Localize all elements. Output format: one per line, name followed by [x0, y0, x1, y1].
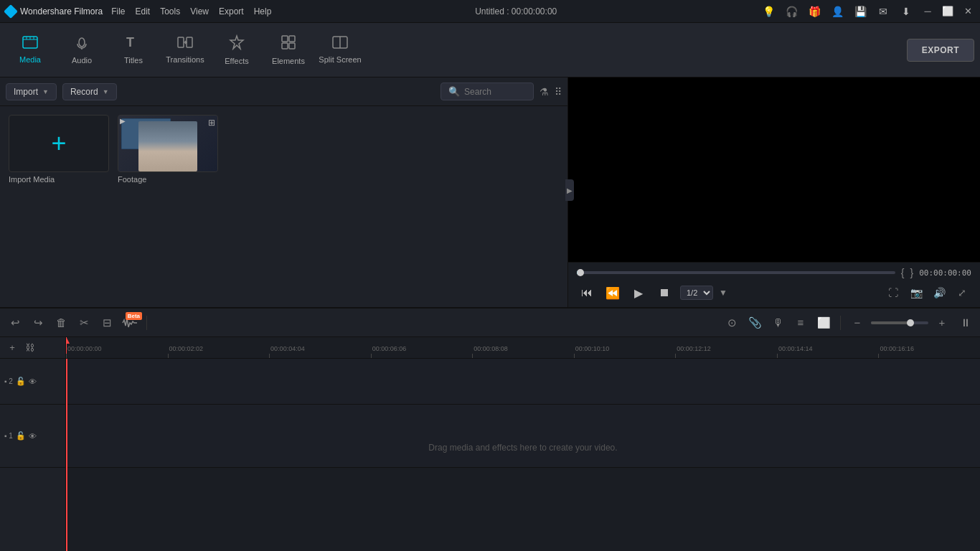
- tool-elements[interactable]: Elements: [264, 27, 313, 73]
- audio-mixer-button[interactable]: ≡: [791, 314, 810, 332]
- ruler-mark: 00:00:00:00: [66, 354, 67, 358]
- media-controls-bar: Import ▼ Record ▼ 🔍 ⚗ ⠿: [0, 77, 567, 106]
- fullscreen-preview-button[interactable]: ⛶: [884, 283, 903, 302]
- footage-thumb[interactable]: ⊞ ▶: [118, 115, 218, 172]
- tool-effects[interactable]: Effects: [212, 27, 261, 73]
- filter-icon[interactable]: ⚗: [540, 86, 549, 98]
- toolbar-separator: [146, 316, 147, 330]
- import-dropdown[interactable]: Import ▼: [6, 83, 57, 100]
- footage-preview: ⊞ ▶: [118, 116, 217, 171]
- menu-view[interactable]: View: [190, 6, 209, 17]
- footage-label: Footage: [118, 175, 218, 184]
- progress-bar-container: { } 00:00:00:00: [577, 267, 971, 278]
- track-v2-eye-icon[interactable]: 👁: [29, 377, 37, 386]
- media-icon: [22, 36, 38, 52]
- skip-back-button[interactable]: ⏮: [577, 283, 597, 303]
- snapshot-button[interactable]: 📷: [907, 283, 925, 302]
- import-media-tile[interactable]: + Import Media: [9, 115, 109, 184]
- pause-indicator-button[interactable]: ⏸: [956, 314, 974, 332]
- record-dropdown[interactable]: Record ▼: [62, 83, 117, 100]
- track-v1-eye-icon[interactable]: 👁: [29, 432, 37, 441]
- grid-view-icon[interactable]: ⠿: [555, 86, 562, 98]
- panel-collapse-arrow[interactable]: ▶: [565, 179, 574, 201]
- toolbar-separator-2: [840, 316, 841, 330]
- progress-handle[interactable]: [577, 269, 584, 276]
- in-point-button[interactable]: {: [901, 267, 905, 278]
- zoom-in-button[interactable]: +: [933, 314, 951, 332]
- waveform-button[interactable]: Beta: [121, 314, 139, 332]
- tool-splitscreen[interactable]: Split Screen: [316, 27, 364, 73]
- footage-tile[interactable]: ⊞ ▶ Footage: [118, 115, 218, 184]
- tool-titles[interactable]: T Titles: [109, 27, 158, 73]
- zoom-handle[interactable]: [907, 319, 914, 326]
- play-button[interactable]: ▶: [628, 283, 649, 303]
- track-v1-lock-icon[interactable]: 🔓: [16, 431, 26, 441]
- lightbulb-icon[interactable]: 💡: [760, 4, 776, 19]
- undo-button[interactable]: ↩: [6, 314, 24, 332]
- cut-button[interactable]: ✂: [75, 314, 93, 332]
- preview-area: [568, 77, 980, 262]
- track-v1-name: ▪ 1: [4, 432, 13, 440]
- svg-rect-8: [178, 37, 184, 47]
- save-icon[interactable]: 💾: [852, 4, 868, 19]
- tool-media[interactable]: Media: [6, 27, 55, 73]
- headphone-icon[interactable]: 🎧: [783, 4, 799, 19]
- svg-rect-14: [289, 43, 295, 49]
- download-icon[interactable]: ⬇: [898, 4, 914, 19]
- crop-button[interactable]: ⬜: [814, 314, 833, 332]
- voiceover-button[interactable]: 🎙: [768, 314, 787, 332]
- tool-audio[interactable]: Audio: [57, 27, 106, 73]
- out-point-button[interactable]: }: [910, 267, 913, 278]
- ruler-mark: 00:00:08:08: [472, 354, 473, 358]
- menu-edit[interactable]: Edit: [136, 6, 151, 17]
- timeline-tracks-content: Drag media and effects here to create yo…: [66, 359, 980, 551]
- gift-icon[interactable]: 🎁: [806, 4, 822, 19]
- add-track-button[interactable]: +: [6, 342, 19, 354]
- logo-icon: [4, 4, 18, 19]
- stop-button[interactable]: ⏹: [654, 283, 674, 303]
- menu-help[interactable]: Help: [254, 6, 272, 17]
- close-button[interactable]: ✕: [961, 5, 974, 18]
- menu-tools[interactable]: Tools: [160, 6, 180, 17]
- timeline-ruler: 00:00:00:0000:00:02:0200:00:04:0400:00:0…: [66, 337, 980, 359]
- redo-button[interactable]: ↪: [29, 314, 47, 332]
- volume-button[interactable]: 🔊: [930, 283, 948, 302]
- ruler-mark: 00:00:16:16: [878, 354, 879, 358]
- app-name: Wondershare Filmora: [20, 6, 103, 17]
- menu-export[interactable]: Export: [219, 6, 244, 17]
- mail-icon[interactable]: ✉: [875, 4, 891, 19]
- tool-splitscreen-label: Split Screen: [319, 55, 361, 64]
- minimize-button[interactable]: ─: [921, 5, 934, 18]
- track-v1-label: ▪ 1 🔓 👁: [0, 405, 65, 468]
- clip-button[interactable]: 📎: [745, 314, 764, 332]
- tool-transitions[interactable]: Transitions: [161, 27, 209, 73]
- svg-rect-13: [282, 43, 288, 49]
- export-button[interactable]: EXPORT: [907, 39, 974, 62]
- speed-arrow-icon: ▼: [719, 288, 727, 298]
- maximize-button[interactable]: ⬜: [941, 5, 954, 18]
- zoom-slider[interactable]: [871, 321, 928, 324]
- import-thumb[interactable]: +: [9, 115, 109, 172]
- delete-button[interactable]: 🗑: [52, 314, 70, 332]
- timeline-scrollable[interactable]: 00:00:00:0000:00:02:0200:00:04:0400:00:0…: [66, 337, 980, 551]
- elements-icon: [281, 34, 296, 54]
- playback-buttons: ⏮ ⏪ ▶ ⏹ 1/2 ▼: [577, 283, 727, 303]
- step-back-button[interactable]: ⏪: [603, 283, 623, 303]
- record-arrow-icon: ▼: [103, 88, 109, 95]
- search-input[interactable]: [464, 87, 522, 97]
- adjust-button[interactable]: ⊟: [98, 314, 116, 332]
- speed-select[interactable]: 1/2: [680, 286, 713, 300]
- title-bar: Wondershare Filmora File Edit Tools View…: [0, 0, 980, 23]
- svg-text:T: T: [126, 35, 134, 50]
- track-v2-lock-icon[interactable]: 🔓: [16, 377, 26, 386]
- zoom-out-button[interactable]: −: [848, 314, 867, 332]
- fullscreen-button[interactable]: ⤢: [953, 283, 971, 302]
- playback-controls: { } 00:00:00:00 ⏮ ⏪ ▶ ⏹ 1/2 ▼ ⛶ 📷: [568, 262, 980, 307]
- link-tracks-button[interactable]: ⛓: [23, 342, 36, 354]
- toolbar: Media Audio T Titles Transitions Effects…: [0, 23, 980, 77]
- progress-bar[interactable]: [577, 271, 895, 274]
- ruler-mark: 00:00:04:04: [269, 354, 270, 358]
- user-icon[interactable]: 👤: [829, 4, 845, 19]
- menu-file[interactable]: File: [111, 6, 125, 17]
- snap-button[interactable]: ⊙: [722, 314, 741, 332]
